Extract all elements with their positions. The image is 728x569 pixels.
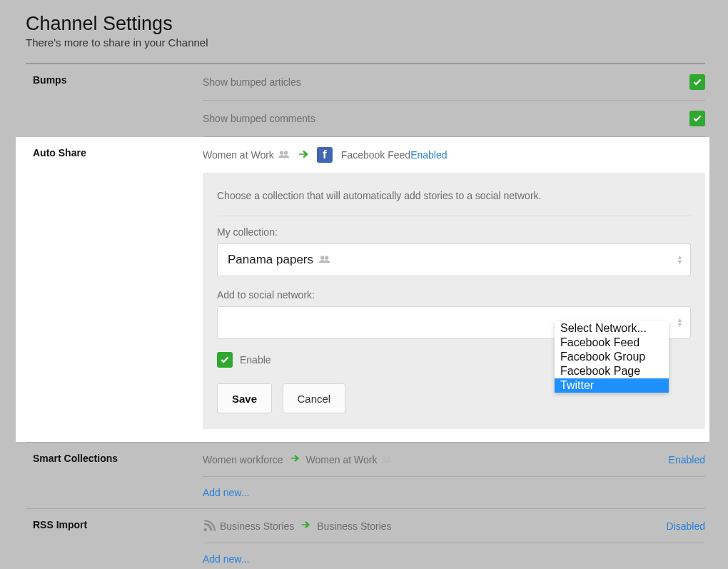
rss-destination: Business Stories xyxy=(317,520,391,532)
section-label-smart: Smart Collections xyxy=(26,443,203,464)
smart-addnew-row: Add new... xyxy=(203,477,705,508)
collection-select-value: Panama papers xyxy=(228,253,313,267)
dropdown-option-select-network[interactable]: Select Network... xyxy=(555,321,669,336)
svg-point-1 xyxy=(284,151,288,154)
section-label-bumps: Bumps xyxy=(26,64,203,86)
facebook-icon: f xyxy=(317,147,333,163)
section-label-rss: RSS Import xyxy=(26,509,203,530)
page-title: Channel Settings xyxy=(26,13,705,35)
enable-label: Enable xyxy=(240,354,271,366)
enable-checkbox[interactable] xyxy=(217,352,233,368)
check-icon xyxy=(220,355,230,365)
config-description: Choose a collection that will automatica… xyxy=(217,190,691,201)
arrow-right-icon xyxy=(297,148,310,163)
rss-addnew-row: Add new... xyxy=(203,543,705,569)
people-icon xyxy=(278,149,290,161)
section-rss-import: RSS Import Business Stories Business Sto… xyxy=(26,509,705,569)
bumped-articles-text: Show bumped articles xyxy=(203,76,689,88)
row-bumped-comments: Show bumped comments xyxy=(203,101,705,137)
smart-status-link[interactable]: Enabled xyxy=(669,454,705,465)
autoshare-status-link[interactable]: Enabled xyxy=(410,149,447,161)
svg-point-6 xyxy=(204,528,208,532)
row-bumped-articles: Show bumped articles xyxy=(203,64,705,101)
save-button[interactable]: Save xyxy=(217,383,272,413)
section-smart-collections: Smart Collections Women workforce Women … xyxy=(26,443,705,508)
panel-divider xyxy=(217,216,691,216)
svg-point-4 xyxy=(383,455,386,459)
stepper-icon: ▲▼ xyxy=(677,255,683,265)
arrow-right-icon xyxy=(300,519,311,533)
smart-destination: Women at Work xyxy=(306,454,378,465)
check-icon xyxy=(692,77,702,87)
rss-status-link[interactable]: Disabled xyxy=(667,520,705,532)
svg-point-3 xyxy=(325,256,328,259)
bumped-comments-toggle[interactable] xyxy=(689,111,705,126)
network-field-label: Add to social network: xyxy=(217,289,691,301)
autoshare-source: Women at Work xyxy=(203,149,274,161)
stepper-icon: ▲▼ xyxy=(677,318,683,328)
smart-mapping-row: Women workforce Women at Work Enabled xyxy=(203,443,705,477)
svg-point-2 xyxy=(320,256,324,259)
collection-select[interactable]: Panama papers ▲▼ xyxy=(217,243,691,276)
section-autoshare: Auto Share Women at Work f Facebook Feed… xyxy=(16,137,709,442)
bumped-articles-toggle[interactable] xyxy=(689,74,705,90)
page-subtitle: There's more to share in your Channel xyxy=(26,36,705,49)
people-icon xyxy=(381,454,393,465)
smart-addnew-link[interactable]: Add new... xyxy=(203,487,249,498)
rss-mapping-row: Business Stories Business Stories Disabl… xyxy=(203,509,705,543)
dropdown-option-facebook-group[interactable]: Facebook Group xyxy=(555,350,669,364)
rss-source: Business Stories xyxy=(220,520,294,532)
arrow-right-icon xyxy=(289,453,300,466)
autoshare-destination: Facebook Feed xyxy=(341,149,410,161)
section-label-autoshare: Auto Share xyxy=(26,137,203,158)
autoshare-mapping-row: Women at Work f Facebook Feed Enabled xyxy=(203,137,705,173)
section-bumps: Bumps Show bumped articles Show bumped c… xyxy=(26,64,705,137)
svg-point-5 xyxy=(387,455,390,459)
rss-icon xyxy=(203,520,216,533)
svg-point-0 xyxy=(280,151,283,154)
people-icon xyxy=(319,253,330,266)
cancel-button[interactable]: Cancel xyxy=(283,383,346,413)
dropdown-option-facebook-feed[interactable]: Facebook Feed xyxy=(555,336,669,350)
check-icon xyxy=(692,114,702,124)
bumped-comments-text: Show bumped comments xyxy=(203,113,689,124)
dropdown-option-twitter[interactable]: Twitter xyxy=(555,378,669,393)
network-dropdown[interactable]: Select Network... Facebook Feed Facebook… xyxy=(555,321,669,393)
rss-addnew-link[interactable]: Add new... xyxy=(203,553,249,565)
smart-source: Women workforce xyxy=(203,454,283,465)
dropdown-option-facebook-page[interactable]: Facebook Page xyxy=(555,364,669,378)
collection-field-label: My collection: xyxy=(217,226,691,238)
